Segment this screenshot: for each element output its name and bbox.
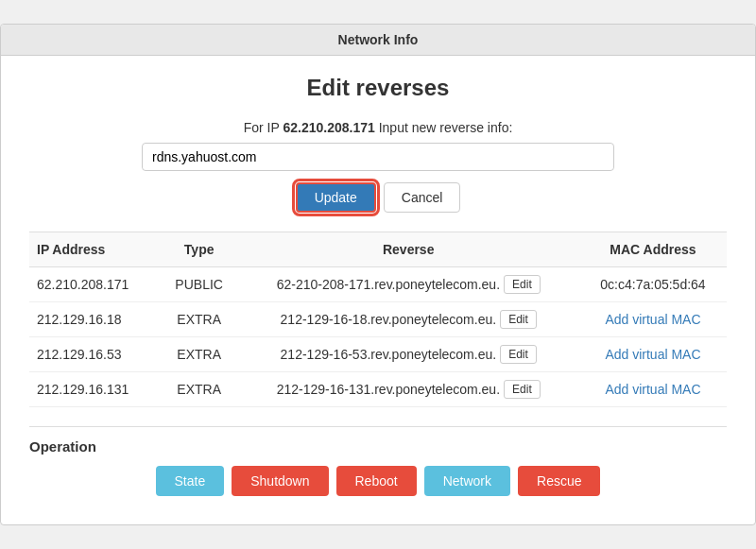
add-virtual-mac-link[interactable]: Add virtual MAC	[605, 312, 700, 327]
add-virtual-mac-link[interactable]: Add virtual MAC	[605, 382, 700, 397]
table-row: 62.210.208.171PUBLIC62-210-208-171.rev.p…	[29, 267, 727, 302]
table-row: 212.129.16.53EXTRA212-129-16-53.rev.pone…	[29, 337, 727, 372]
cell-type: EXTRA	[161, 337, 238, 372]
network-table-section: IP Address Type Reverse MAC Address 62.2…	[29, 232, 727, 407]
col-header-ip: IP Address	[29, 232, 161, 267]
cell-reverse: 62-210-208-171.rev.poneytelecom.eu.Edit	[237, 267, 579, 302]
form-label: For IP 62.210.208.171 Input new reverse …	[29, 120, 727, 135]
cell-mac[interactable]: Add virtual MAC	[579, 372, 727, 407]
reverse-value: 212-129-16-53.rev.poneytelecom.eu.	[281, 347, 497, 362]
cell-reverse: 212-129-16-18.rev.poneytelecom.eu.Edit	[237, 302, 579, 337]
edit-button[interactable]: Edit	[504, 380, 541, 399]
page-title: Edit reverses	[29, 75, 727, 101]
operation-buttons: State Shutdown Reboot Network Rescue	[29, 466, 727, 506]
operation-title: Operation	[29, 438, 727, 455]
col-header-mac: MAC Address	[579, 232, 727, 267]
form-ip: 62.210.208.171	[283, 120, 374, 135]
cell-ip: 212.129.16.53	[29, 337, 161, 372]
table-row: 212.129.16.131EXTRA212-129-16-131.rev.po…	[29, 372, 727, 407]
cell-mac[interactable]: Add virtual MAC	[579, 302, 727, 337]
cell-reverse: 212-129-16-53.rev.poneytelecom.eu.Edit	[237, 337, 579, 372]
window-title: Network Info	[1, 25, 755, 56]
reverse-value: 212-129-16-131.rev.poneytelecom.eu.	[277, 382, 500, 397]
form-label-suffix: Input new reverse info:	[375, 120, 513, 135]
table-row: 212.129.16.18EXTRA212-129-16-18.rev.pone…	[29, 302, 727, 337]
cell-type: PUBLIC	[161, 267, 238, 302]
update-button[interactable]: Update	[296, 182, 376, 213]
cell-ip: 62.210.208.171	[29, 267, 161, 302]
operation-section: Operation State Shutdown Reboot Network …	[29, 426, 727, 506]
add-virtual-mac-link[interactable]: Add virtual MAC	[605, 347, 700, 362]
form-buttons: Update Cancel	[29, 182, 727, 213]
form-label-prefix: For IP	[244, 120, 284, 135]
reboot-button[interactable]: Reboot	[336, 466, 417, 496]
main-window: Network Info Edit reverses For IP 62.210…	[0, 24, 756, 525]
reverse-input[interactable]	[142, 143, 614, 171]
network-table: IP Address Type Reverse MAC Address 62.2…	[29, 232, 727, 407]
col-header-type: Type	[161, 232, 238, 267]
rescue-button[interactable]: Rescue	[518, 466, 600, 496]
shutdown-button[interactable]: Shutdown	[232, 466, 328, 496]
cell-ip: 212.129.16.18	[29, 302, 161, 337]
cell-reverse: 212-129-16-131.rev.poneytelecom.eu.Edit	[237, 372, 579, 407]
edit-button[interactable]: Edit	[500, 345, 537, 364]
state-button[interactable]: State	[156, 466, 225, 496]
content-area: Edit reverses For IP 62.210.208.171 Inpu…	[1, 56, 755, 524]
cell-mac: 0c:c4:7a:05:5d:64	[579, 267, 727, 302]
reverse-value: 62-210-208-171.rev.poneytelecom.eu.	[277, 277, 500, 292]
cell-type: EXTRA	[161, 372, 238, 407]
cell-ip: 212.129.16.131	[29, 372, 161, 407]
edit-button[interactable]: Edit	[500, 310, 537, 329]
edit-button[interactable]: Edit	[504, 275, 541, 294]
reverse-value: 212-129-16-18.rev.poneytelecom.eu.	[281, 312, 497, 327]
col-header-reverse: Reverse	[237, 232, 579, 267]
cell-type: EXTRA	[161, 302, 238, 337]
cell-mac[interactable]: Add virtual MAC	[579, 337, 727, 372]
cancel-button[interactable]: Cancel	[384, 182, 461, 213]
form-section: For IP 62.210.208.171 Input new reverse …	[29, 120, 727, 213]
network-button[interactable]: Network	[424, 466, 510, 496]
